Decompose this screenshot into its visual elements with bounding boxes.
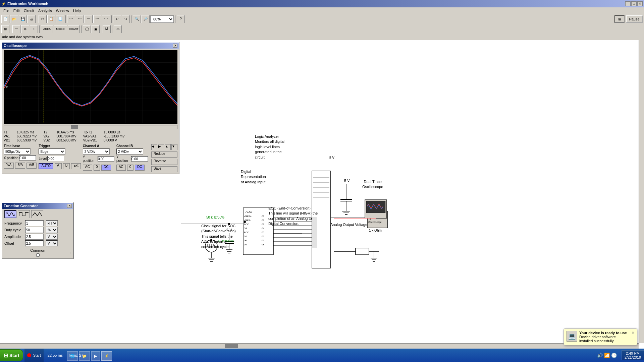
ya-ba-button[interactable]: Y/A [4, 163, 14, 169]
h-scroll-thumb[interactable] [225, 344, 238, 348]
notification-close-button[interactable]: ✕ [632, 331, 634, 335]
duty-cycle-unit-select[interactable]: % [46, 227, 58, 233]
sine-wave-button[interactable] [4, 210, 16, 218]
cut-button[interactable]: ✂ [39, 15, 47, 23]
wire2-button[interactable]: 〰 [76, 15, 84, 23]
menu-edit[interactable]: Edit [11, 8, 22, 13]
duty-cycle-input[interactable] [25, 227, 44, 233]
pause-button[interactable]: Pause [626, 15, 643, 23]
vertical-scrollbar[interactable] [639, 40, 644, 343]
triangle-wave-button[interactable] [31, 210, 43, 218]
oscilloscope-close-button[interactable]: ✕ [173, 44, 177, 48]
maximize-button[interactable]: □ [631, 1, 637, 6]
zero-a-button[interactable]: 0 [94, 165, 100, 171]
undo-button[interactable]: ↩ [113, 15, 121, 23]
ba-button[interactable]: B/A [15, 163, 25, 169]
reverse-button[interactable]: Reverse [151, 159, 177, 165]
square-wave-button[interactable] [18, 210, 30, 218]
component-btn-mixed[interactable]: MIXED [54, 25, 67, 33]
offset-input[interactable] [25, 240, 44, 246]
system-time: 2:49 PM 2/21/2019 [622, 350, 644, 360]
channel-a-label: Channel A [83, 144, 114, 148]
dc-b-button[interactable]: DC [135, 165, 144, 171]
frequency-unit-select[interactable]: kHz Hz MHz [46, 220, 58, 226]
ab-button[interactable]: A/B [26, 163, 37, 169]
trigger-a-button[interactable]: A [55, 163, 62, 169]
taskbar-app-folder[interactable]: 📁 [79, 351, 90, 361]
menu-window[interactable]: Window [54, 8, 71, 13]
redo-button[interactable]: ↪ [122, 15, 130, 23]
zoom-select[interactable]: 80% 100% 50% [150, 15, 174, 23]
save-button[interactable]: 💾 [19, 15, 27, 23]
common-terminal[interactable] [36, 253, 40, 257]
component-btn-grid[interactable]: ▣ [92, 25, 100, 33]
amplitude-input[interactable] [25, 234, 44, 240]
horizontal-scrollbar[interactable] [0, 343, 639, 349]
component-btn-m[interactable]: M [103, 25, 111, 33]
channel-a-scale[interactable]: 2 V/Div [83, 148, 110, 155]
zoom-out-button[interactable]: 🔎 [142, 15, 150, 23]
tray-icon-network[interactable]: 📶 [604, 353, 610, 358]
dc-a-button[interactable]: DC [101, 165, 111, 171]
trigger-edge-select[interactable]: Edge [39, 148, 65, 155]
save-osc-button[interactable]: Save [151, 166, 177, 172]
component-btn-1[interactable]: ⊞ [1, 25, 9, 33]
menu-help[interactable]: Help [71, 8, 83, 13]
channel-b-scale[interactable]: 2 V/Div [116, 148, 143, 155]
start-button[interactable]: ⊞ Start [0, 349, 23, 361]
component-btn-area[interactable]: AREA [41, 25, 53, 33]
close-button[interactable]: ✕ [637, 1, 643, 6]
offset-unit-select[interactable]: V mV [46, 240, 58, 246]
component-btn-4[interactable]: ↕ [30, 25, 38, 33]
new-button[interactable]: 📄 [1, 15, 9, 23]
menu-analysis[interactable]: Analysis [36, 8, 54, 13]
small-btn-3[interactable]: ▲ [165, 144, 171, 150]
oscilloscope-title-bar[interactable]: Oscilloscope ✕ [2, 43, 179, 49]
wire1-button[interactable]: 〰 [67, 15, 75, 23]
small-btn-4[interactable]: ▼ [171, 144, 177, 150]
component-btn-3[interactable]: ⊕ [21, 25, 29, 33]
zoom-in-button[interactable]: 🔍 [133, 15, 141, 23]
print-button[interactable]: 🖨 [28, 15, 36, 23]
trigger-b-button[interactable]: B [63, 163, 70, 169]
auto-button[interactable]: AUTO [39, 163, 53, 169]
xpos-input[interactable] [19, 155, 36, 161]
function-generator-close-button[interactable]: ✕ [67, 204, 72, 208]
ac-a-button[interactable]: AC [83, 165, 92, 171]
timebase-select[interactable]: 500µs/Div [4, 148, 31, 155]
svg-text:05: 05 [262, 231, 264, 234]
wire5-button[interactable]: 〰 [102, 15, 110, 23]
component-btn-circle[interactable]: ◯ [83, 25, 91, 33]
reduce-button[interactable]: Reduce [151, 152, 177, 158]
frequency-input[interactable] [25, 220, 44, 226]
wire4-button[interactable]: 〰 [93, 15, 101, 23]
ac-b-button[interactable]: AC [116, 165, 126, 171]
small-btn-1[interactable]: ◀ [151, 144, 157, 150]
taskbar-app-ewb[interactable]: ⚡ [101, 351, 112, 361]
function-generator-title-bar[interactable]: Function Generator ✕ [2, 203, 73, 209]
open-button[interactable]: 📂 [10, 15, 18, 23]
svg-text:08: 08 [262, 243, 264, 246]
minimize-button[interactable]: _ [625, 1, 631, 6]
trigger-level-input[interactable] [47, 156, 64, 161]
amplitude-unit-select[interactable]: V mV [46, 234, 58, 240]
zero-b-button[interactable]: 0 [127, 165, 134, 171]
menu-file[interactable]: File [1, 8, 11, 13]
component-btn-2[interactable]: 〰 [12, 25, 20, 33]
taskbar-app-wb[interactable]: 🌐 [67, 351, 78, 361]
ypos-a-input[interactable] [98, 156, 114, 162]
oscilloscope-scrollbar[interactable] [4, 125, 177, 129]
ypos-b-input[interactable] [131, 156, 148, 162]
wire3-button[interactable]: 〰 [85, 15, 93, 23]
component-btn-chart[interactable]: CHART [68, 25, 80, 33]
menu-circuit[interactable]: Circuit [22, 8, 36, 13]
copy-button[interactable]: 📋 [47, 15, 55, 23]
paste-button[interactable]: 📃 [56, 15, 64, 23]
component-btn-rect[interactable]: ▭ [114, 25, 122, 33]
tray-icon-clock[interactable]: 🕐 [611, 353, 617, 358]
tray-icon-sound[interactable]: 🔊 [597, 353, 603, 358]
taskbar-app-media[interactable]: ▶ [91, 351, 100, 361]
help-button[interactable]: ? [177, 15, 185, 23]
trigger-ext-button[interactable]: Ext [71, 163, 80, 169]
small-btn-2[interactable]: ▶ [158, 144, 164, 150]
